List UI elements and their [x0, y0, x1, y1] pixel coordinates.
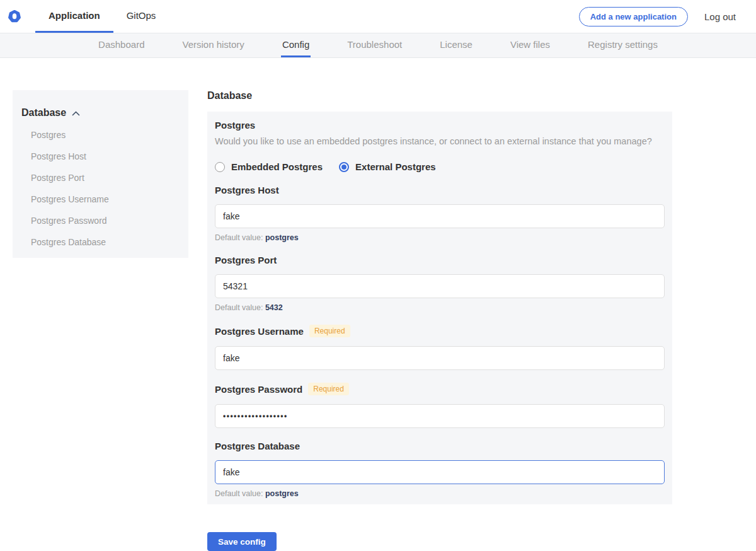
group-item-title: Postgres	[215, 120, 665, 130]
subtab-version-history[interactable]: Version history	[181, 33, 245, 57]
radio-selected-icon[interactable]	[339, 162, 349, 172]
topnav-right: Add a new application Log out	[579, 0, 756, 33]
subtab-view-files[interactable]: View files	[509, 33, 551, 57]
sidebar-item-postgres-username[interactable]: Postgres Username	[13, 194, 188, 204]
topnav-tabs: Application GitOps	[35, 0, 169, 33]
chevron-up-icon	[72, 107, 80, 119]
postgres-password-input[interactable]	[215, 404, 665, 428]
postgres-username-input[interactable]	[215, 346, 665, 370]
app-logo-icon[interactable]	[8, 0, 21, 33]
field-label: Postgres Host	[215, 185, 279, 195]
subtab-dashboard[interactable]: Dashboard	[97, 33, 146, 57]
helper-label: Default value:	[215, 303, 263, 312]
postgres-database-input[interactable]	[215, 460, 665, 484]
helper-value: 5432	[265, 303, 283, 312]
required-badge: Required	[308, 383, 349, 395]
add-new-application-button[interactable]: Add a new application	[579, 7, 688, 26]
sidebar-item-postgres-password[interactable]: Postgres Password	[13, 216, 188, 226]
required-badge: Required	[309, 325, 350, 337]
group-item-description: Would you like to use an embedded postgr…	[215, 136, 665, 147]
radio-label: Embedded Postgres	[231, 161, 323, 172]
radio-external-postgres[interactable]: External Postgres	[339, 161, 436, 172]
postgres-host-input[interactable]	[215, 204, 665, 228]
field-label: Postgres Database	[215, 441, 300, 451]
config-sidebar: Database Postgres Postgres Host Postgres…	[13, 90, 188, 258]
app-sub-nav: Dashboard Version history Config Trouble…	[0, 33, 756, 58]
sidebar-item-postgres-port[interactable]: Postgres Port	[13, 173, 188, 183]
config-group-card: Postgres Would you like to use an embedd…	[207, 112, 672, 504]
postgres-type-radio-group: Embedded Postgres External Postgres	[215, 161, 665, 172]
tab-application[interactable]: Application	[35, 0, 113, 33]
helper-label: Default value:	[215, 489, 263, 498]
radio-unselected-icon[interactable]	[215, 162, 225, 172]
default-value-helper: Default value: 5432	[215, 303, 665, 312]
field-postgres-port: Postgres Port Default value: 5432	[215, 255, 665, 312]
radio-embedded-postgres[interactable]: Embedded Postgres	[215, 161, 323, 172]
field-postgres-username: Postgres Username Required	[215, 325, 665, 370]
field-label: Postgres Port	[215, 255, 277, 265]
helper-value: postgres	[265, 233, 299, 242]
top-nav: Application GitOps Add a new application…	[0, 0, 756, 33]
postgres-port-input[interactable]	[215, 274, 665, 298]
field-label: Postgres Password	[215, 384, 302, 395]
helper-value: postgres	[265, 489, 299, 498]
sidebar-group-database[interactable]: Database	[13, 107, 188, 119]
logout-link[interactable]: Log out	[704, 11, 736, 22]
field-postgres-host: Postgres Host Default value: postgres	[215, 185, 665, 242]
config-main: Database Postgres Would you like to use …	[207, 90, 672, 551]
content-area: Database Postgres Postgres Host Postgres…	[0, 58, 756, 551]
default-value-helper: Default value: postgres	[215, 233, 665, 242]
subtab-config[interactable]: Config	[281, 33, 311, 57]
save-config-button[interactable]: Save config	[207, 532, 277, 551]
page-title: Database	[207, 90, 672, 102]
sidebar-item-postgres-database[interactable]: Postgres Database	[13, 237, 188, 247]
sidebar-item-postgres[interactable]: Postgres	[13, 130, 188, 140]
default-value-helper: Default value: postgres	[215, 489, 665, 498]
field-postgres-database: Postgres Database Default value: postgre…	[215, 441, 665, 498]
subtab-license[interactable]: License	[438, 33, 474, 57]
field-label: Postgres Username	[215, 326, 304, 337]
helper-label: Default value:	[215, 233, 263, 242]
field-postgres-password: Postgres Password Required	[215, 383, 665, 428]
subtab-troubleshoot[interactable]: Troubleshoot	[346, 33, 403, 57]
subtab-registry-settings[interactable]: Registry settings	[587, 33, 659, 57]
tab-gitops[interactable]: GitOps	[113, 0, 169, 33]
sidebar-group-label: Database	[21, 107, 66, 119]
radio-label: External Postgres	[355, 161, 436, 172]
sidebar-item-postgres-host[interactable]: Postgres Host	[13, 151, 188, 161]
